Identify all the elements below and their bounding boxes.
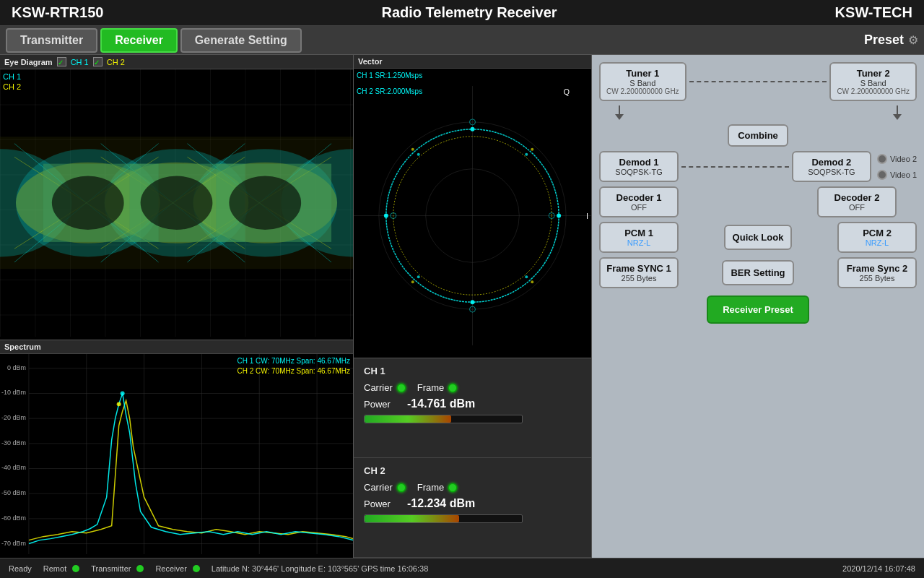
ch2-checkbox[interactable] [93, 57, 103, 66]
ch1-status-row: Carrier Frame [364, 382, 581, 393]
vector-ch1-sr: CH 1 SR:1.250Msps [357, 72, 422, 79]
demod1-sub: SOQPSK-TG [606, 168, 671, 176]
ch2-status-panel: CH 2 Carrier Frame Power -12.234 dBm [354, 458, 591, 558]
demod1-box[interactable]: Demod 1 SOQPSK-TG [599, 151, 679, 182]
pcm2-title: PCM 2 [845, 228, 910, 238]
ch2-frame-label: Frame [417, 482, 445, 493]
frame-sync1-sub: 255 Bytes [606, 274, 671, 282]
status-datetime: 2020/12/14 16:07:48 [842, 564, 915, 573]
tab-generate-setting[interactable]: Generate Setting [180, 28, 302, 53]
ch-status-area: CH 1 Carrier Frame Power -14.761 dBm [354, 358, 591, 558]
status-transmitter: Transmitter [91, 564, 144, 573]
brand-label: KSW-TECH [835, 4, 912, 21]
preset-label: Preset [864, 33, 904, 48]
spectrum-canvas: CH 1 CW: 70MHz Span: 46.67MHz CH 2 CW: 7… [0, 354, 353, 554]
svg-text:0 dBm: 0 dBm [7, 363, 26, 371]
svg-point-65 [384, 214, 388, 218]
preset-area: Preset ⚙ [864, 33, 918, 48]
tuner2-box[interactable]: Tuner 2 S Band CW 2.200000000 GHz [829, 62, 917, 101]
combine-title: Combine [738, 130, 778, 141]
frame-sync1-box[interactable]: Frame SYNC 1 255 Bytes [599, 257, 679, 288]
right-panel: Tuner 1 S Band CW 2.200000000 GHz Tuner … [592, 55, 924, 558]
ch1-carrier-led [397, 384, 406, 392]
quick-look-box[interactable]: Quick Look [724, 225, 793, 250]
combine-box[interactable]: Combine [728, 124, 788, 147]
video2-label: Video 2 [877, 154, 917, 164]
decoder1-box[interactable]: Decoder 1 OFF [599, 186, 679, 217]
status-receiver: Receiver [155, 564, 199, 573]
ch2-label-header: CH 2 [107, 58, 125, 66]
vector-svg [354, 86, 591, 345]
svg-point-69 [417, 275, 420, 278]
svg-point-73 [411, 280, 414, 283]
ch2-carrier-led [397, 483, 406, 492]
ch2-frame-item: Frame [417, 482, 458, 493]
svg-point-53 [121, 391, 125, 395]
svg-point-54 [117, 402, 121, 406]
tuner2-sub: S Band [837, 79, 910, 87]
tuner1-sub: S Band [606, 79, 679, 87]
tab-bar: Transmitter Receiver Generate Setting Pr… [0, 26, 924, 55]
tab-receiver[interactable]: Receiver [100, 28, 178, 53]
preset-icon[interactable]: ⚙ [908, 33, 918, 47]
vector-ch2-sr: CH 2 SR:2.000Msps [357, 87, 422, 95]
pcm2-box[interactable]: PCM 2 NRZ-L [837, 222, 917, 253]
svg-point-62 [471, 127, 475, 131]
tab-transmitter[interactable]: Transmitter [6, 28, 97, 53]
tuner2-title: Tuner 2 [837, 68, 910, 79]
spectrum-header: Spectrum [0, 340, 353, 354]
demod2-title: Demod 2 [799, 157, 864, 168]
ch2-carrier-label: Carrier [364, 482, 393, 493]
svg-point-68 [417, 153, 420, 156]
pcm1-sub: NRZ-L [606, 238, 671, 247]
svg-text:-10 dBm: -10 dBm [1, 389, 26, 396]
demod2-box[interactable]: Demod 2 SOQPSK-TG [792, 151, 871, 182]
svg-text:-20 dBm: -20 dBm [1, 414, 26, 421]
ch1-checkbox[interactable] [57, 57, 66, 66]
spectrum-title: Spectrum [4, 342, 41, 351]
ch2-frame-led [448, 483, 457, 492]
video1-circle[interactable] [877, 170, 887, 180]
ber-setting-box[interactable]: BER Setting [722, 260, 793, 285]
decoder2-box[interactable]: Decoder 2 OFF [817, 186, 897, 217]
app-name: KSW-RTR150 [12, 4, 103, 21]
middle-panel: Vector CH 1 SR:1.250Msps Q I [354, 55, 592, 558]
ch1-carrier-label: Carrier [364, 382, 393, 393]
video2-circle[interactable] [877, 154, 887, 164]
eye-diagram-svg [0, 69, 353, 337]
vector-title: Vector [358, 57, 383, 66]
eye-diagram-header: Eye Diagram CH 1 CH 2 [0, 55, 353, 69]
svg-rect-30 [0, 354, 353, 554]
tuner1-box[interactable]: Tuner 1 S Band CW 2.200000000 GHz [599, 62, 687, 101]
svg-text:-60 dBm: -60 dBm [1, 514, 26, 521]
ch2-carrier-item: Carrier [364, 482, 406, 493]
ch1-frame-item: Frame [417, 382, 458, 393]
decoder1-title: Decoder 1 [606, 192, 671, 203]
svg-point-29 [229, 176, 301, 230]
svg-point-64 [471, 300, 475, 304]
decoder2-title: Decoder 2 [824, 192, 889, 203]
ch1-power-value: -14.761 dBm [407, 397, 475, 410]
left-panels: Eye Diagram CH 1 CH 2 CH 1 CH 2 [0, 55, 354, 558]
ch2-power-bar-bg [364, 514, 523, 523]
receiver-preset-title: Receiver Preset [723, 304, 793, 315]
spectrum-ch2-info: CH 2 CW: 70MHz Span: 46.67MHz [237, 366, 350, 376]
frame-sync2-box[interactable]: Frame Sync 2 255 Bytes [837, 257, 917, 288]
svg-point-27 [52, 176, 124, 230]
ch2-power-label: Power [364, 499, 400, 509]
vector-info: CH 1 SR:1.250Msps [357, 70, 422, 81]
ch1-power-label: Power [364, 399, 400, 410]
receiver-led [193, 565, 200, 572]
svg-point-71 [531, 280, 533, 283]
vector-canvas: Q I [354, 86, 591, 345]
pcm1-title: PCM 1 [606, 228, 671, 238]
receiver-preset-box[interactable]: Receiver Preset [707, 296, 809, 324]
arrow-down-2 [893, 114, 902, 120]
ch2-status-row: Carrier Frame [364, 482, 581, 493]
decoder2-sub: OFF [824, 203, 889, 212]
eye-diagram-panel: Eye Diagram CH 1 CH 2 CH 1 CH 2 [0, 55, 353, 340]
ber-setting-title: BER Setting [731, 267, 785, 278]
tuner1-title: Tuner 1 [606, 68, 679, 79]
pcm1-box[interactable]: PCM 1 NRZ-L [599, 222, 679, 253]
ch1-power-bar-bg [364, 415, 523, 423]
